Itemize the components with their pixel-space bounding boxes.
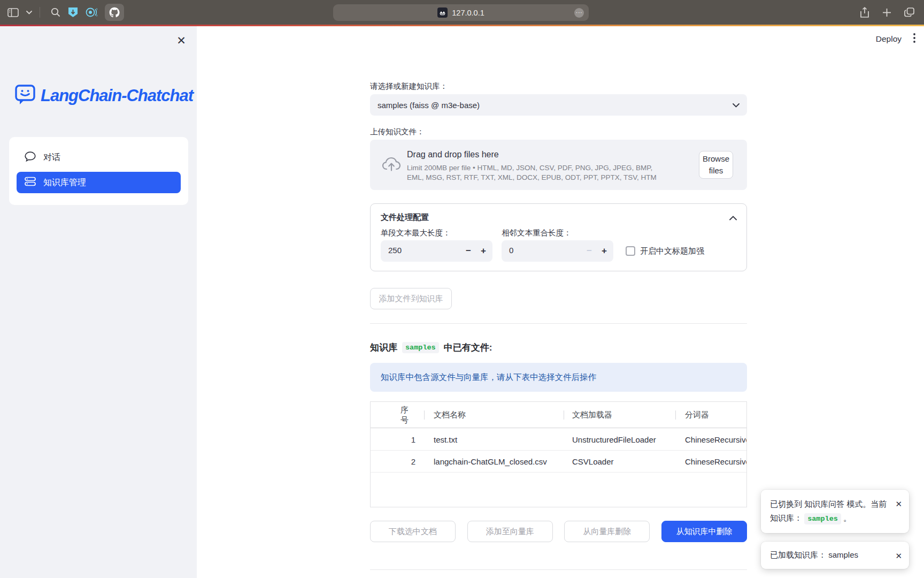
- site-favicon: [437, 7, 448, 18]
- app-logo: LangChain-Chatchat: [14, 83, 193, 108]
- col-header[interactable]: 序号: [371, 402, 424, 428]
- logo-text: LangChain-Chatchat: [41, 86, 193, 105]
- new-tab-icon[interactable]: [882, 8, 891, 17]
- url-text: 127.0.0.1: [452, 9, 484, 17]
- cell-index: 1: [371, 429, 424, 451]
- files-heading: 知识库 samples 中已有文件:: [370, 341, 492, 354]
- toast-kb-loaded: 已加载知识库： samples ✕: [761, 542, 909, 569]
- table-actions: 下载选中文档 添加至向量库 从向量库删除 从知识库中删除: [370, 521, 747, 542]
- delete-from-vector-store-button[interactable]: 从向量库删除: [564, 521, 650, 542]
- toast-kb-chip: samples: [804, 513, 841, 524]
- toolbar-divider: [40, 7, 40, 18]
- sidebar-item-knowledge-base[interactable]: 知识库管理: [17, 172, 181, 193]
- browse-files-button[interactable]: Browse files: [699, 151, 733, 179]
- chevron-down-icon: [733, 100, 740, 110]
- expander-title: 文件处理配置: [381, 212, 429, 223]
- close-icon[interactable]: ✕: [895, 497, 902, 511]
- sidebar-item-chat[interactable]: 对话: [17, 147, 181, 168]
- dropzone-limit: Limit 200MB per file • HTML, MD, JSON, C…: [407, 163, 661, 182]
- chevron-up-icon[interactable]: [729, 213, 737, 223]
- col-header[interactable]: 分词器: [685, 402, 747, 428]
- cell-index: 2: [371, 451, 424, 473]
- chevron-down-icon[interactable]: [26, 11, 32, 14]
- chunk-size-value: 250: [388, 246, 402, 255]
- chunk-overlap-label: 相邻文本重合长度：: [502, 228, 572, 238]
- tabs-overview-icon[interactable]: [904, 7, 914, 17]
- github-icon: [109, 7, 120, 18]
- cell-splitter: ChineseRecursiveText: [685, 451, 747, 473]
- select-kb-label: 请选择或新建知识库：: [370, 81, 448, 92]
- shield-extension-icon[interactable]: [68, 7, 78, 18]
- toast-text: 已加载知识库： samples: [770, 548, 858, 562]
- chunk-overlap-input[interactable]: 0 − +: [502, 240, 613, 262]
- chat-logo-icon: [14, 83, 36, 108]
- cell-splitter: ChineseRecursiveText: [685, 429, 747, 451]
- kb-select[interactable]: samples (faiss @ m3e-base): [370, 94, 747, 116]
- add-to-vector-store-button[interactable]: 添加至向量库: [467, 521, 553, 542]
- browser-toolbar: 127.0.0.1 ···: [0, 0, 924, 25]
- toast-text: 。: [843, 513, 851, 522]
- info-banner: 知识库中包含源文件与向量库，请从下表中选择文件后操作: [370, 363, 747, 392]
- file-config-expander: 文件处理配置 单段文本最大长度： 相邻文本重合长度： 250 − + 0 − +: [370, 203, 747, 271]
- cell-filename: langchain-ChatGLM_closed.csv: [434, 451, 562, 473]
- sidebar-item-label: 对话: [43, 152, 60, 163]
- github-tab[interactable]: [105, 4, 124, 21]
- page-settings-icon[interactable]: ···: [574, 8, 584, 18]
- close-sidebar-icon[interactable]: ✕: [174, 34, 188, 48]
- share-icon[interactable]: [860, 7, 869, 18]
- header-separator: [424, 410, 425, 420]
- deploy-button[interactable]: Deploy: [876, 34, 902, 44]
- cell-loader: CSVLoader: [572, 451, 674, 473]
- kebab-menu-icon[interactable]: [913, 33, 915, 45]
- zh-title-checkbox[interactable]: [626, 246, 635, 256]
- add-files-button[interactable]: 添加文件到知识库: [370, 288, 452, 309]
- header-separator: [564, 410, 564, 420]
- file-dropzone[interactable]: Drag and drop files here Limit 200MB per…: [370, 140, 747, 190]
- kb-select-value: samples (faiss @ m3e-base): [378, 101, 733, 110]
- address-bar[interactable]: 127.0.0.1 ···: [333, 4, 589, 21]
- sidebar-toggle-icon[interactable]: [7, 8, 19, 17]
- cell-filename: test.txt: [434, 429, 562, 451]
- search-icon[interactable]: [51, 7, 60, 17]
- divider: [370, 323, 747, 324]
- knowledge-base-icon: [25, 177, 36, 188]
- sidebar-item-label: 知识库管理: [43, 177, 86, 188]
- download-selected-button[interactable]: 下载选中文档: [370, 521, 456, 542]
- close-icon[interactable]: ✕: [895, 549, 902, 563]
- heading-suffix: 中已有文件:: [444, 341, 492, 354]
- col-header[interactable]: 文档名称: [434, 402, 562, 428]
- heading-prefix: 知识库: [370, 341, 397, 354]
- delete-from-kb-button[interactable]: 从知识库中删除: [661, 521, 747, 542]
- plus-button[interactable]: +: [474, 240, 492, 262]
- divider: [370, 569, 747, 570]
- kb-page: 请选择或新建知识库： samples (faiss @ m3e-base) 上传…: [370, 26, 747, 578]
- plus-button[interactable]: +: [595, 240, 613, 262]
- sidebar: ✕ LangChain-Chatchat 当前版本：v0.2.4 对话: [0, 26, 197, 578]
- header-separator: [675, 410, 676, 420]
- circle-extension-icon[interactable]: [86, 7, 97, 18]
- files-table: 序号 文档名称 文档加载器 分词器 1 test.txt Unstructure…: [370, 401, 747, 507]
- chunk-overlap-value: 0: [509, 246, 513, 255]
- cell-loader: UnstructuredFileLoader: [572, 429, 674, 451]
- table-row[interactable]: 2 langchain-ChatGLM_closed.csv CSVLoader…: [371, 451, 746, 473]
- chunk-size-input[interactable]: 250 − +: [381, 240, 492, 262]
- nav-menu: 对话 知识库管理: [9, 137, 188, 205]
- chat-bubble-icon: [25, 151, 36, 164]
- table-header: 序号 文档名称 文档加载器 分词器: [371, 402, 746, 428]
- cloud-upload-icon: [382, 156, 401, 175]
- page: 127.0.0.1 ··· ✕: [0, 0, 924, 578]
- table-row[interactable]: 1 test.txt UnstructuredFileLoader Chines…: [371, 429, 746, 451]
- chunk-size-label: 单段文本最大长度：: [381, 228, 451, 238]
- kb-name-chip: samples: [402, 342, 439, 353]
- upload-label: 上传知识文件：: [370, 127, 425, 137]
- col-header[interactable]: 文档加载器: [572, 402, 674, 428]
- zh-title-label: 开启中文标题加强: [640, 246, 704, 256]
- dropzone-title: Drag and drop files here: [407, 150, 499, 159]
- toast-mode-switched: 已切换到 知识库问答 模式。当前知识库： samples 。 ✕: [761, 490, 909, 533]
